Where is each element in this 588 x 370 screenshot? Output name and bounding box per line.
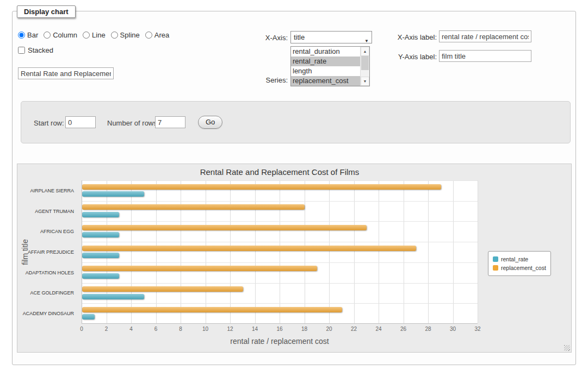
- chart-title-input[interactable]: [18, 67, 114, 79]
- series-label: Series:: [252, 76, 288, 84]
- gridline: [428, 180, 429, 323]
- y-category-label: ACE GOLDFINGER: [30, 290, 74, 296]
- series-listbox[interactable]: rental_durationrental_ratelengthreplacem…: [290, 46, 370, 86]
- bar-rental_rate: [82, 294, 144, 299]
- x-tick-label: 18: [301, 326, 307, 332]
- legend-item-replacement_cost[interactable]: replacement_cost: [493, 264, 546, 272]
- series-option-rental_rate[interactable]: rental_rate: [291, 57, 360, 66]
- xaxis-caption-label: X-Axis label:: [389, 33, 437, 41]
- radio-label: Column: [53, 31, 77, 39]
- x-tick-label: 14: [252, 326, 258, 332]
- bar-rental_rate: [82, 212, 119, 217]
- x-tick-label: 26: [400, 326, 406, 332]
- go-button[interactable]: Go: [198, 116, 222, 129]
- bar-replacement_cost: [82, 286, 243, 292]
- scroll-thumb[interactable]: [361, 56, 369, 70]
- radio-label: Spline: [120, 31, 140, 39]
- bar-replacement_cost: [82, 307, 342, 312]
- bar-replacement_cost: [82, 266, 317, 271]
- x-tick-label: 20: [326, 326, 332, 332]
- start-row-input[interactable]: [65, 116, 96, 128]
- series-option-replacement_cost[interactable]: replacement_cost: [291, 76, 360, 86]
- radio-column[interactable]: [44, 32, 51, 39]
- legend-swatch-icon: [493, 265, 498, 271]
- legend-item-rental_rate[interactable]: rental_rate: [493, 255, 546, 264]
- bar-rental_rate: [82, 191, 144, 197]
- row-controls-panel: Start row: Number of rows: Go: [21, 101, 571, 143]
- legend-label: replacement_cost: [501, 265, 546, 271]
- radio-line[interactable]: [83, 32, 90, 39]
- category-gridline: [82, 221, 478, 222]
- category-gridline: [82, 201, 478, 202]
- xaxis-select-label: X-Axis:: [252, 34, 288, 42]
- yaxis-caption-input[interactable]: [439, 50, 531, 62]
- bar-replacement_cost: [82, 184, 441, 190]
- gridline: [478, 180, 478, 323]
- series-option-rental_duration[interactable]: rental_duration: [291, 47, 360, 57]
- category-gridline: [82, 242, 478, 242]
- x-tick-label: 24: [375, 326, 381, 332]
- x-tick-label: 12: [227, 326, 233, 332]
- gridline: [305, 180, 305, 323]
- scroll-down-icon[interactable]: ▼: [361, 77, 369, 86]
- category-gridline: [82, 283, 478, 284]
- gridline: [255, 180, 256, 323]
- bar-replacement_cost: [82, 246, 416, 251]
- bar-replacement_cost: [82, 204, 305, 210]
- plot-area: [82, 180, 478, 324]
- y-category-label: AIRPLANE SIERRA: [30, 188, 74, 193]
- x-axis-ticks: 02468101214161820222426283032: [82, 326, 478, 333]
- radio-area[interactable]: [145, 32, 152, 39]
- x-tick-label: 10: [202, 326, 208, 332]
- category-gridline: [82, 180, 478, 181]
- x-tick-label: 4: [129, 326, 133, 332]
- y-axis-labels: AIRPLANE SIERRAAGENT TRUMANAFRICAN EGGAF…: [17, 180, 77, 324]
- radio-spline[interactable]: [111, 32, 118, 39]
- gridline: [181, 180, 181, 323]
- chart-type-radio-column[interactable]: Column: [44, 31, 77, 39]
- stacked-checkbox-row[interactable]: Stacked: [18, 46, 53, 54]
- chart-type-radio-line[interactable]: Line: [83, 31, 106, 39]
- x-tick-label: 16: [276, 326, 282, 332]
- xaxis-select[interactable]: title ▼: [290, 31, 372, 43]
- radio-label: Bar: [27, 31, 38, 39]
- dropdown-arrow-icon: ▼: [364, 35, 369, 47]
- stacked-label: Stacked: [28, 46, 53, 54]
- chart-legend: rental_ratereplacement_cost: [488, 251, 551, 276]
- series-option-length[interactable]: length: [291, 66, 360, 76]
- scroll-up-icon[interactable]: ▲: [361, 47, 369, 56]
- display-chart-panel: Display chart BarColumnLineSplineArea St…: [12, 11, 576, 365]
- xaxis-caption-input[interactable]: [439, 30, 531, 42]
- gridline: [206, 180, 206, 323]
- listbox-scrollbar[interactable]: ▲ ▼: [360, 47, 369, 86]
- gridline: [280, 180, 280, 323]
- y-category-label: AFFAIR PREJUDICE: [28, 249, 74, 255]
- chart-type-radio-area[interactable]: Area: [145, 31, 169, 39]
- chart-type-radio-spline[interactable]: Spline: [111, 31, 140, 39]
- num-rows-input[interactable]: [155, 116, 185, 128]
- chart-type-radio-bar[interactable]: Bar: [18, 31, 38, 39]
- x-tick-label: 22: [351, 326, 357, 332]
- bar-rental_rate: [82, 314, 95, 319]
- gridline: [453, 180, 454, 323]
- start-row-label: Start row:: [34, 119, 64, 127]
- x-tick-label: 8: [179, 326, 182, 332]
- xaxis-select-value: title: [294, 33, 305, 41]
- y-category-label: ADAPTATION HOLES: [26, 270, 74, 275]
- gridline: [354, 180, 355, 323]
- resize-handle-icon[interactable]: [564, 345, 570, 351]
- y-category-label: AFRICAN EGG: [40, 229, 74, 234]
- gridline: [230, 180, 231, 323]
- num-rows-label: Number of rows:: [107, 119, 159, 127]
- legend-label: rental_rate: [501, 256, 528, 262]
- chart-panel: Rental Rate and Replacement Cost of Film…: [17, 164, 572, 353]
- stacked-checkbox[interactable]: [18, 47, 25, 54]
- x-tick-label: 32: [474, 326, 480, 332]
- gridline: [156, 180, 157, 323]
- chart-type-radio-group: BarColumnLineSplineArea: [18, 31, 169, 39]
- display-chart-legend: Display chart: [17, 5, 76, 18]
- radio-bar[interactable]: [18, 32, 25, 39]
- bar-rental_rate: [82, 232, 119, 237]
- category-gridline: [82, 303, 478, 304]
- legend-swatch-icon: [493, 256, 498, 262]
